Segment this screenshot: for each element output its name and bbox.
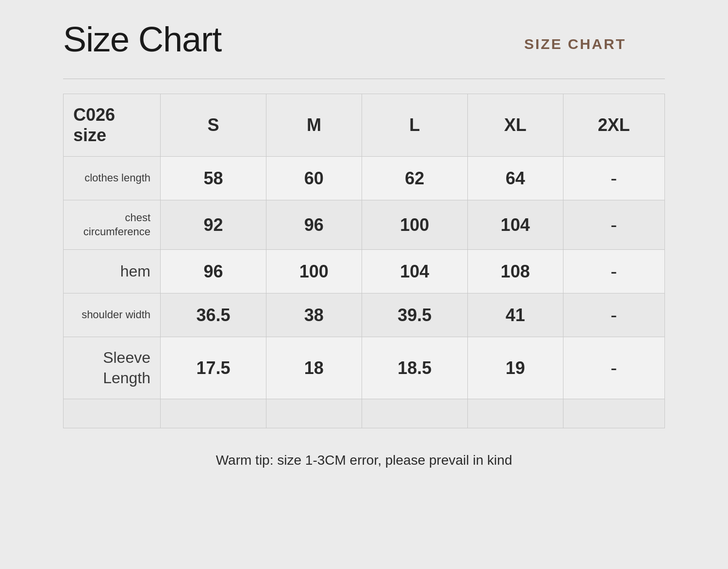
table-cell: 96 <box>266 200 362 250</box>
table-cell: 62 <box>362 157 467 200</box>
table-row: chest circumference9296100104- <box>64 200 665 250</box>
table-header-row: C026 size S M L XL 2XL <box>64 94 665 157</box>
divider <box>63 79 665 79</box>
col-header-xl: XL <box>467 94 563 157</box>
row-label: hem <box>64 250 161 293</box>
col-header-m: M <box>266 94 362 157</box>
table-cell: - <box>563 250 664 293</box>
header-section: Size Chart SIZE CHART <box>63 19 665 59</box>
col-header-s: S <box>161 94 266 157</box>
table-row: shoulder width36.53839.541- <box>64 293 665 337</box>
row-label: clothes length <box>64 157 161 200</box>
row-label: shoulder width <box>64 293 161 337</box>
table-row: clothes length58606264- <box>64 157 665 200</box>
table-cell: 108 <box>467 250 563 293</box>
table-row: Sleeve Length17.51818.519- <box>64 337 665 399</box>
table-cell <box>563 399 664 428</box>
col-header-l: L <box>362 94 467 157</box>
table-cell: 100 <box>362 200 467 250</box>
table-cell: 18.5 <box>362 337 467 399</box>
table-cell: - <box>563 200 664 250</box>
table-cell <box>161 399 266 428</box>
table-cell: - <box>563 293 664 337</box>
table-cell: 17.5 <box>161 337 266 399</box>
table-cell: 64 <box>467 157 563 200</box>
table-cell: 19 <box>467 337 563 399</box>
col-header-2xl: 2XL <box>563 94 664 157</box>
table-row: hem96100104108- <box>64 250 665 293</box>
warm-tip: Warm tip: size 1-3CM error, please preva… <box>63 453 665 468</box>
table-cell: - <box>563 157 664 200</box>
row-label: chest circumference <box>64 200 161 250</box>
main-title: Size Chart <box>63 19 221 59</box>
product-code-header: C026 size <box>64 94 161 157</box>
table-cell <box>266 399 362 428</box>
table-cell: 41 <box>467 293 563 337</box>
sub-title: SIZE CHART <box>524 36 626 52</box>
table-cell: 60 <box>266 157 362 200</box>
table-cell: - <box>563 337 664 399</box>
table-cell: 18 <box>266 337 362 399</box>
table-cell <box>362 399 467 428</box>
size-table: C026 size S M L XL 2XL clothes length586… <box>63 94 665 428</box>
table-cell: 104 <box>467 200 563 250</box>
table-cell: 96 <box>161 250 266 293</box>
table-cell <box>467 399 563 428</box>
table-row <box>64 399 665 428</box>
table-cell: 38 <box>266 293 362 337</box>
row-label: Sleeve Length <box>64 337 161 399</box>
table-cell: 104 <box>362 250 467 293</box>
table-cell: 92 <box>161 200 266 250</box>
row-label <box>64 399 161 428</box>
table-cell: 36.5 <box>161 293 266 337</box>
table-cell: 39.5 <box>362 293 467 337</box>
page-wrapper: Size Chart SIZE CHART C026 size S M L XL… <box>63 19 665 468</box>
table-cell: 100 <box>266 250 362 293</box>
table-cell: 58 <box>161 157 266 200</box>
